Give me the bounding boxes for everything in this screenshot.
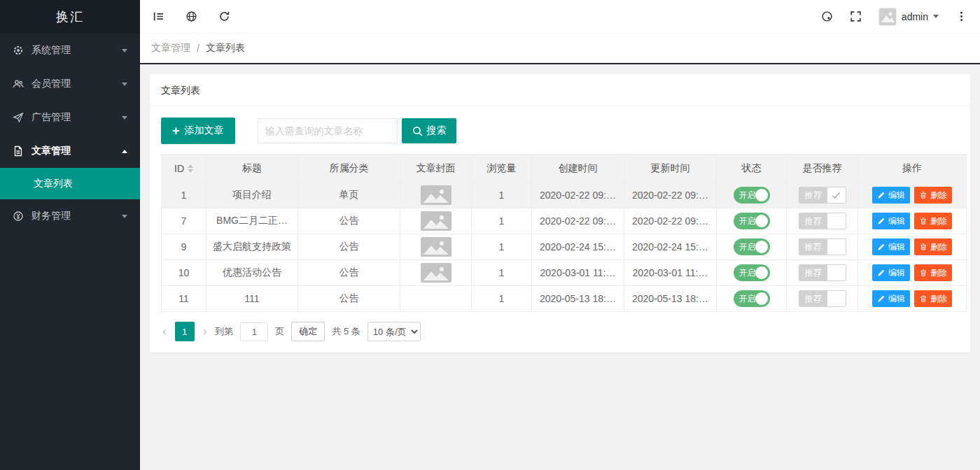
status-toggle[interactable]: 开启 xyxy=(734,187,770,204)
cell-created: 2020-03-01 11:… xyxy=(532,260,624,286)
cell-title: BMG二月二正… xyxy=(206,208,298,234)
collapse-sidebar-icon[interactable] xyxy=(153,10,164,22)
status-toggle[interactable]: 开启 xyxy=(734,213,770,229)
pagination: ‹ 1 › 到第 页 确定 共 5 条 10 条/页 xyxy=(161,322,959,341)
language-globe-icon[interactable] xyxy=(186,10,197,22)
fullscreen-icon[interactable] xyxy=(850,10,862,22)
chevron-down-icon xyxy=(933,15,939,18)
recommend-checkbox[interactable]: 推荐 xyxy=(799,238,846,255)
column-header: 浏览量 xyxy=(472,155,532,183)
cell-views: 1 xyxy=(472,234,532,260)
gear-icon xyxy=(13,45,24,57)
cell-cover xyxy=(400,183,472,208)
edit-button[interactable]: 编辑 xyxy=(872,264,910,281)
pagination-next-icon[interactable]: › xyxy=(202,325,209,339)
cell-recommend: 推荐 xyxy=(787,260,858,286)
edit-button[interactable]: 编辑 xyxy=(872,187,910,204)
search-icon xyxy=(412,125,424,137)
add-article-label: 添加文章 xyxy=(185,124,224,137)
cell-id: 1 xyxy=(162,183,206,208)
cell-recommend: 推荐 xyxy=(787,208,858,234)
chevron-down-icon xyxy=(122,83,127,86)
sidebar-item-1[interactable]: 会员管理 xyxy=(0,67,140,101)
search-input[interactable] xyxy=(258,118,398,143)
goto-confirm-button[interactable]: 确定 xyxy=(291,322,325,341)
sidebar-item-label: 广告管理 xyxy=(31,111,71,124)
cell-views: 1 xyxy=(472,260,532,286)
check-icon xyxy=(827,239,846,255)
chevron-down-icon xyxy=(122,215,127,218)
cell-created: 2020-05-13 18:… xyxy=(532,286,624,312)
sidebar-subitem[interactable]: 文章列表 xyxy=(0,168,140,199)
cell-created: 2020-02-24 15:… xyxy=(532,234,624,260)
topbar-left-icons xyxy=(153,10,230,22)
cell-category: 公告 xyxy=(298,208,400,234)
delete-button[interactable]: 删除 xyxy=(914,213,952,229)
column-header: 标题 xyxy=(206,155,298,183)
more-vertical-icon[interactable] xyxy=(955,10,967,22)
column-header: 所属分类 xyxy=(298,155,400,183)
check-icon xyxy=(827,291,846,306)
cell-cover xyxy=(400,208,472,234)
column-header: 是否推荐 xyxy=(787,155,858,183)
topbar-right: admin xyxy=(821,8,967,26)
chevron-down-icon xyxy=(122,116,127,120)
refresh-icon[interactable] xyxy=(218,10,230,22)
articles-table: ID标题所属分类文章封面浏览量创建时间更新时间状态是否推荐操作 1项目介绍单页1… xyxy=(161,154,967,312)
cell-updated: 2020-02-22 09:… xyxy=(624,208,717,234)
goto-page-input[interactable] xyxy=(240,322,268,341)
search-button[interactable]: 搜索 xyxy=(402,118,456,143)
edit-button[interactable]: 编辑 xyxy=(872,290,910,307)
sidebar-item-0[interactable]: 系统管理 xyxy=(0,34,140,67)
table-row: 1项目介绍单页12020-02-22 09:…2020-02-22 09:…开启… xyxy=(162,183,967,208)
pagination-page-1[interactable]: 1 xyxy=(175,322,195,341)
breadcrumb-item[interactable]: 文章管理 xyxy=(151,42,190,55)
cell-cover xyxy=(400,286,472,312)
sidebar-item-4[interactable]: 财务管理 xyxy=(0,199,140,233)
theme-icon[interactable] xyxy=(821,10,833,22)
table-row: 7BMG二月二正…公告12020-02-22 09:…2020-02-22 09… xyxy=(162,208,967,234)
column-header[interactable]: ID xyxy=(162,155,206,183)
sidebar-item-2[interactable]: 广告管理 xyxy=(0,101,140,134)
cell-views: 1 xyxy=(472,208,532,234)
cell-cover xyxy=(400,260,472,286)
sidebar: 换汇 系统管理会员管理广告管理文章管理文章列表财务管理 xyxy=(0,0,140,470)
status-toggle[interactable]: 开启 xyxy=(734,264,770,281)
sidebar-menu: 系统管理会员管理广告管理文章管理文章列表财务管理 xyxy=(0,34,140,470)
top-bar: admin xyxy=(140,0,980,34)
cell-status: 开启 xyxy=(717,208,787,234)
delete-button[interactable]: 删除 xyxy=(914,290,952,307)
users-icon xyxy=(13,78,24,90)
sidebar-item-3[interactable]: 文章管理 xyxy=(0,134,140,168)
cell-updated: 2020-02-22 09:… xyxy=(624,183,717,208)
status-toggle[interactable]: 开启 xyxy=(734,238,770,255)
user-menu[interactable]: admin xyxy=(878,8,939,26)
toolbar: + 添加文章 搜索 xyxy=(161,118,959,144)
sort-icon[interactable] xyxy=(188,164,193,173)
cell-category: 公告 xyxy=(298,234,400,260)
coin-icon xyxy=(13,211,24,222)
goto-suffix-label: 页 xyxy=(275,325,284,338)
recommend-checkbox[interactable]: 推荐 xyxy=(799,213,846,229)
chevron-down-icon xyxy=(122,49,127,52)
recommend-checkbox[interactable]: 推荐 xyxy=(799,290,846,307)
delete-button[interactable]: 删除 xyxy=(914,238,952,255)
recommend-checkbox[interactable]: 推荐 xyxy=(799,264,846,281)
cell-category: 公告 xyxy=(298,260,400,286)
add-article-button[interactable]: + 添加文章 xyxy=(161,118,235,144)
pagination-prev-icon[interactable]: ‹ xyxy=(161,325,168,339)
recommend-checkbox[interactable]: 推荐 xyxy=(799,187,846,204)
cell-title: 项目介绍 xyxy=(206,183,298,208)
edit-button[interactable]: 编辑 xyxy=(872,238,910,255)
status-toggle[interactable]: 开启 xyxy=(734,290,770,307)
edit-button[interactable]: 编辑 xyxy=(872,213,910,229)
cell-created: 2020-02-22 09:… xyxy=(532,208,624,234)
cell-views: 1 xyxy=(472,286,532,312)
goto-prefix-label: 到第 xyxy=(215,325,233,338)
username-label: admin xyxy=(902,11,928,22)
cell-title: 111 xyxy=(206,286,298,312)
delete-button[interactable]: 删除 xyxy=(914,264,952,281)
page-size-select[interactable]: 10 条/页 xyxy=(368,322,421,341)
article-list-card: 文章列表 + 添加文章 搜索 xyxy=(150,74,970,352)
delete-button[interactable]: 删除 xyxy=(914,187,952,204)
